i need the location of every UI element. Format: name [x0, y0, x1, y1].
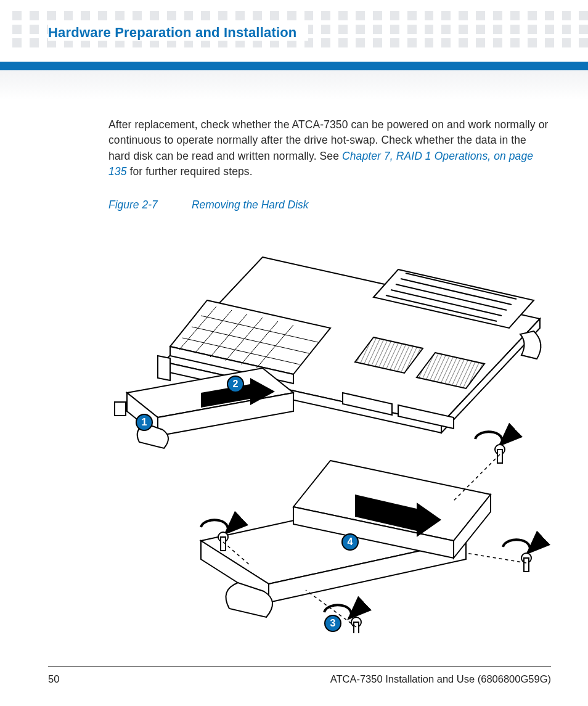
body-paragraph: After replacement, check whether the ATC…	[108, 117, 551, 180]
svg-line-48	[466, 553, 526, 563]
header-gradient	[0, 70, 588, 100]
header-rule	[0, 62, 588, 70]
svg-rect-44	[354, 622, 359, 633]
svg-rect-42	[524, 558, 529, 572]
page: Hardware Preparation and Installation Af…	[0, 0, 588, 706]
chapter-title: Hardware Preparation and Installation	[48, 25, 297, 40]
svg-rect-31	[115, 402, 126, 416]
doc-id: ATCA-7350 Installation and Use (6806800G…	[330, 673, 551, 685]
content-area: After replacement, check whether the ATC…	[108, 117, 551, 633]
figure-title: Removing the Hard Disk	[192, 199, 309, 211]
callout-2: 2	[227, 376, 244, 393]
para-text-post: for further required steps.	[127, 165, 253, 178]
header-title-wrap: Hardware Preparation and Installation	[48, 25, 308, 41]
footer-rule	[48, 666, 551, 667]
figure-caption: Figure 2-7 Removing the Hard Disk	[108, 199, 551, 211]
figure-illustration: 1 2 3 4	[108, 220, 552, 633]
figure-number: Figure 2-7	[108, 199, 189, 211]
callout-4: 4	[341, 533, 359, 551]
footer: 50 ATCA-7350 Installation and Use (68068…	[48, 673, 551, 685]
callout-1: 1	[136, 414, 153, 431]
page-number: 50	[48, 673, 59, 685]
svg-marker-15	[158, 356, 170, 380]
callout-3: 3	[324, 615, 341, 632]
